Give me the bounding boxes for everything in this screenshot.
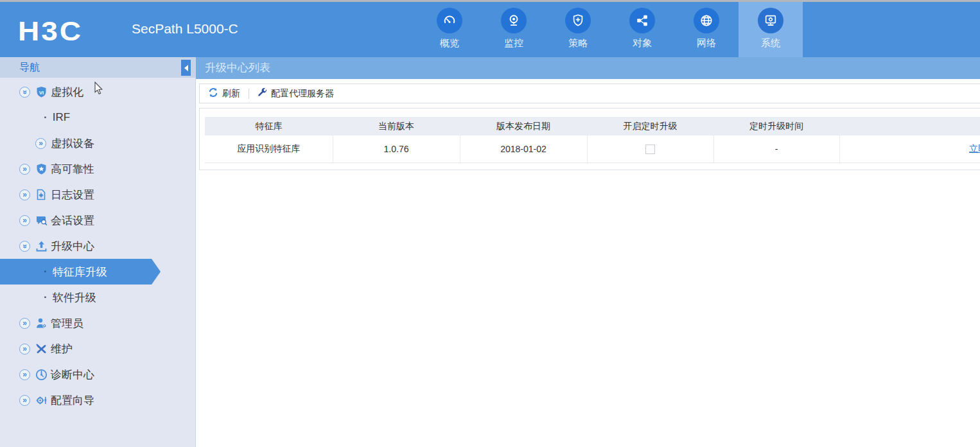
- cell-scheduled-upgrade: [587, 136, 713, 162]
- tab-policy[interactable]: 策略: [546, 2, 610, 57]
- tab-system[interactable]: 系统: [739, 2, 803, 57]
- expand-down-icon[interactable]: »: [19, 241, 30, 252]
- cell-actions: 立即升级: [839, 136, 980, 162]
- sidebar-item-log-settings[interactable]: » 日志设置: [0, 182, 196, 207]
- tab-system-label: 系统: [761, 37, 780, 49]
- expand-right-icon[interactable]: »: [19, 369, 30, 380]
- sidebar-item-config-wizard[interactable]: » 配置向导: [0, 387, 196, 413]
- expand-right-icon[interactable]: »: [19, 318, 30, 329]
- refresh-icon: [208, 87, 218, 100]
- column-header-scheduled-time: 定时升级时间: [713, 117, 839, 136]
- sidebar-header: 导航: [0, 57, 195, 78]
- tab-objects[interactable]: 对象: [610, 2, 674, 57]
- page-title: 升级中心列表: [205, 62, 270, 74]
- wizard-gear-icon: [35, 394, 48, 407]
- upload-icon: [35, 240, 48, 252]
- table-header-row: 特征库 当前版本 版本发布日期 开启定时升级 定时升级时间: [205, 117, 980, 136]
- sidebar-item-label: 虚拟设备: [51, 136, 94, 151]
- cell-library-name: 应用识别特征库: [205, 136, 333, 162]
- sidebar-item-label: 日志设置: [51, 188, 94, 202]
- bullet-icon: ·: [44, 265, 48, 278]
- gauge-icon: [437, 8, 462, 33]
- cell-scheduled-time: -: [713, 136, 839, 162]
- scheduled-upgrade-checkbox[interactable]: [645, 145, 655, 154]
- expand-right-icon[interactable]: »: [19, 215, 30, 226]
- sidebar-item-software-upgrade[interactable]: · 软件升级: [0, 285, 196, 310]
- bullet-icon: ·: [44, 111, 48, 124]
- cell-current-version: 1.0.76: [333, 136, 460, 162]
- primary-nav: 概览 监控 策略 对象 网络: [417, 2, 803, 57]
- sidebar-item-maintenance[interactable]: » 维护: [0, 336, 196, 362]
- wrench-icon: [258, 88, 267, 100]
- shield-star-icon: [35, 162, 48, 175]
- log-document-icon: [35, 188, 48, 201]
- tab-network-label: 网络: [697, 37, 716, 49]
- tab-monitoring[interactable]: 监控: [482, 2, 546, 57]
- top-bar: H3C SecPath L5000-C 概览 监控 策略 对象: [0, 2, 980, 57]
- globe-icon: [694, 8, 719, 33]
- sidebar-item-label: 特征库升级: [53, 265, 107, 279]
- refresh-button[interactable]: 刷新: [206, 87, 243, 100]
- monitor-gear-icon: [758, 8, 783, 33]
- toolbar: 刷新 配置代理服务器: [199, 83, 980, 103]
- sidebar-item-label: 诊断中心: [51, 367, 94, 382]
- diagnostic-gauge-icon: [35, 368, 48, 381]
- sidebar-item-label: 软件升级: [53, 290, 96, 305]
- share-nodes-icon: [629, 8, 655, 33]
- bullet-icon: ·: [44, 291, 48, 304]
- column-header-library: 特征库: [205, 117, 333, 136]
- expand-right-icon[interactable]: »: [19, 344, 30, 355]
- expand-right-icon[interactable]: »: [19, 395, 30, 406]
- sidebar-collapse-button[interactable]: [181, 60, 191, 76]
- product-name: SecPath L5000-C: [132, 21, 238, 37]
- sidebar-item-administrator[interactable]: » 管理员: [0, 310, 196, 336]
- sidebar-item-diagnostic-center[interactable]: » 诊断中心: [0, 362, 196, 387]
- tab-overview-label: 概览: [440, 37, 459, 49]
- cell-release-date: 2018-01-02: [460, 136, 587, 162]
- admin-user-icon: [35, 317, 48, 329]
- signature-library-table: 特征库 当前版本 版本发布日期 开启定时升级 定时升级时间 应用识别特征库 1.…: [205, 117, 980, 163]
- tab-policy-label: 策略: [568, 37, 588, 49]
- sidebar-item-label: 配置向导: [51, 393, 94, 408]
- chevron-left-icon: [184, 65, 188, 71]
- sidebar-item-virtual-device[interactable]: » 虚拟设备: [0, 130, 196, 156]
- sidebar-item-label: 维护: [51, 342, 73, 356]
- tab-network[interactable]: 网络: [674, 2, 739, 57]
- tools-icon: [35, 342, 48, 355]
- upgrade-table-container: 特征库 当前版本 版本发布日期 开启定时升级 定时升级时间 应用识别特征库 1.…: [199, 108, 980, 170]
- expand-down-icon[interactable]: »: [19, 87, 30, 98]
- h3c-logo: H3C: [18, 15, 83, 47]
- sidebar-item-label: 虚拟化: [51, 85, 83, 100]
- expand-right-icon[interactable]: »: [19, 189, 30, 200]
- sidebar-item-label: 升级中心: [51, 239, 94, 254]
- tab-monitoring-label: 监控: [504, 37, 523, 49]
- mouse-cursor: [94, 82, 104, 98]
- sidebar-item-label: 会话设置: [51, 213, 94, 228]
- tab-overview[interactable]: 概览: [417, 2, 482, 57]
- column-header-release-date: 版本发布日期: [460, 117, 587, 136]
- column-header-scheduled-upgrade: 开启定时升级: [587, 117, 713, 136]
- table-row: 应用识别特征库 1.0.76 2018-01-02 - 立即升级: [205, 136, 980, 162]
- refresh-label: 刷新: [222, 88, 240, 100]
- sidebar-title: 导航: [19, 62, 40, 73]
- configure-proxy-button[interactable]: 配置代理服务器: [255, 88, 337, 100]
- sidebar-item-upgrade-center[interactable]: » 升级中心: [0, 233, 196, 259]
- sidebar-item-high-availability[interactable]: » 高可靠性: [0, 156, 196, 182]
- toolbar-divider: [249, 89, 249, 99]
- column-header-actions: [839, 117, 980, 136]
- column-header-current-version: 当前版本: [333, 117, 460, 136]
- sidebar-item-signature-upgrade[interactable]: · 特征库升级: [0, 259, 152, 285]
- sidebar-item-label: 管理员: [51, 316, 83, 331]
- sidebar: 导航 » VI 虚拟化 · IRF » 虚拟设备 » 高可靠性: [0, 57, 196, 447]
- sidebar-item-label: 高可靠性: [51, 162, 94, 177]
- virtualization-icon: VI: [35, 85, 48, 98]
- sidebar-item-session-settings[interactable]: » 会话设置: [0, 207, 196, 233]
- session-chat-icon: [35, 214, 48, 227]
- sidebar-item-irf[interactable]: · IRF: [0, 105, 196, 130]
- sidebar-item-label: IRF: [53, 111, 70, 124]
- upgrade-now-link[interactable]: 立即升级: [969, 143, 980, 153]
- svg-text:VI: VI: [39, 89, 43, 95]
- sidebar-tree: » VI 虚拟化 · IRF » 虚拟设备 » 高可靠性 » 日志设: [0, 79, 196, 413]
- expand-right-icon[interactable]: »: [19, 164, 30, 175]
- expand-right-icon[interactable]: »: [35, 138, 46, 149]
